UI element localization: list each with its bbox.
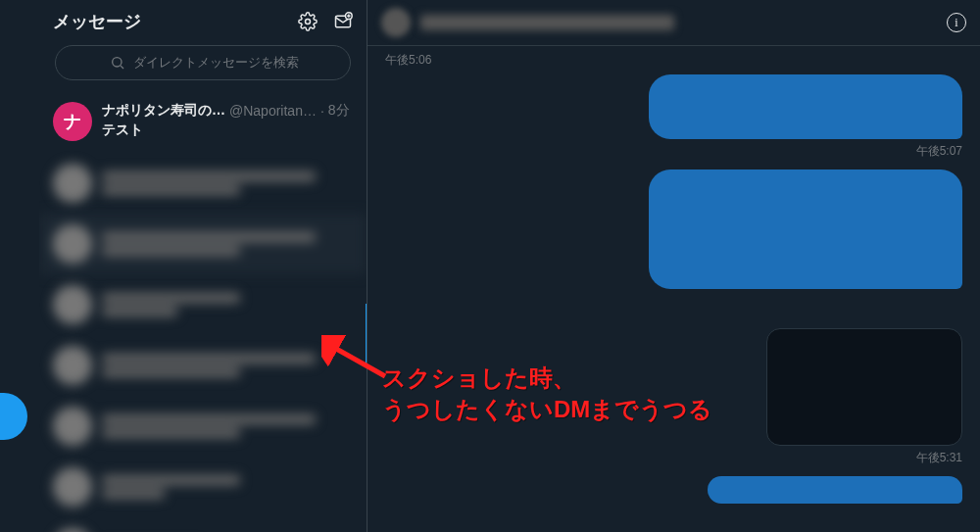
sidebar-title: メッセージ: [53, 10, 141, 33]
timestamp: 午後5:31: [385, 450, 962, 466]
new-message-icon[interactable]: [333, 12, 353, 31]
svg-point-0: [306, 20, 311, 24]
conversation-list: ナ ナポリタン寿司の… @Naporitan… · 8分 テスト: [39, 90, 367, 532]
sidebar-header-actions: [298, 12, 353, 31]
compose-tab[interactable]: [0, 393, 27, 440]
search-input[interactable]: ダイレクトメッセージを検索: [55, 45, 351, 80]
search-placeholder: ダイレクトメッセージを検索: [133, 54, 299, 72]
conversation-item-blurred[interactable]: [39, 517, 367, 532]
conversation-header: i: [368, 0, 980, 46]
conversation-item-blurred[interactable]: [39, 214, 367, 274]
conversation-item-blurred[interactable]: [39, 335, 367, 396]
conversation-name: ナポリタン寿司の…: [102, 102, 225, 120]
conversation-body: ナポリタン寿司の… @Naporitan… · 8分 テスト: [102, 102, 353, 139]
selected-indicator: [366, 304, 367, 366]
conversation-preview: テスト: [102, 121, 353, 139]
messages-area: 午後5:06 午後5:07 午後5:31: [368, 46, 980, 532]
message-media-card[interactable]: [766, 328, 962, 446]
settings-icon[interactable]: [298, 12, 318, 31]
sidebar-header: メッセージ: [39, 0, 367, 39]
conversation-handle: @Naporitan…: [229, 103, 317, 119]
avatar[interactable]: [381, 8, 411, 37]
info-icon[interactable]: i: [947, 13, 966, 32]
conversation-item-blurred[interactable]: [39, 457, 367, 517]
message-bubble-outgoing[interactable]: [649, 169, 962, 289]
conversation-title-blurred: [420, 15, 674, 30]
timestamp: 午後5:06: [385, 52, 962, 69]
message-bubble-outgoing[interactable]: [649, 74, 962, 139]
conversation-pane: i 午後5:06 午後5:07 午後5:31: [368, 0, 980, 532]
timestamp: 午後5:07: [385, 143, 962, 160]
search-wrapper: ダイレクトメッセージを検索: [39, 39, 367, 90]
conversation-item-blurred[interactable]: [39, 396, 367, 457]
separator: ·: [320, 103, 324, 119]
message-bubble-outgoing[interactable]: [708, 476, 962, 504]
conversation-item-blurred[interactable]: [39, 153, 367, 214]
conversation-time: 8分: [328, 102, 350, 120]
messages-sidebar: メッセージ ダイレクトメッセージを検索 ナ: [39, 0, 368, 532]
avatar: ナ: [53, 102, 92, 141]
search-icon: [108, 53, 127, 73]
conversation-header: ナポリタン寿司の… @Naporitan… · 8分: [102, 102, 353, 120]
conversation-item[interactable]: ナ ナポリタン寿司の… @Naporitan… · 8分 テスト: [39, 90, 367, 153]
conversation-item-blurred[interactable]: [39, 274, 367, 335]
svg-point-3: [112, 58, 121, 67]
app-rail: [0, 0, 39, 532]
